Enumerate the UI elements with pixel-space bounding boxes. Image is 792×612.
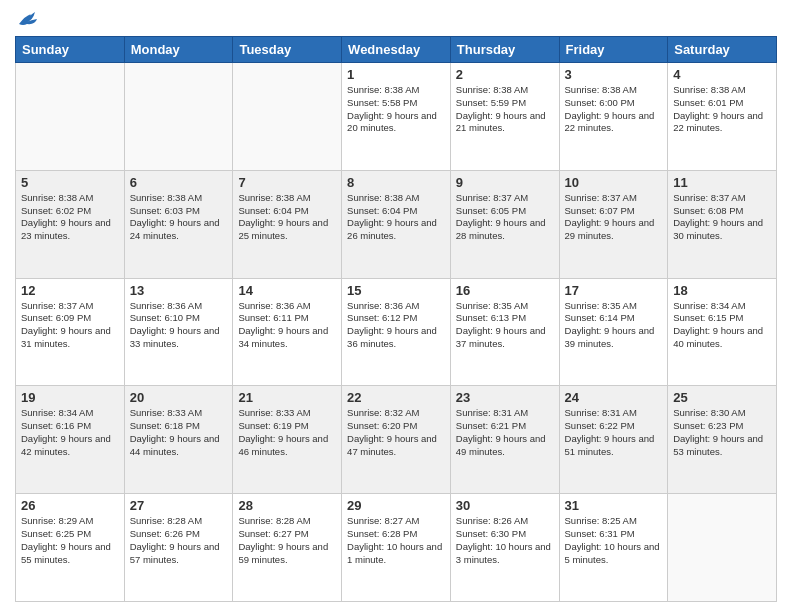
day-number: 9 xyxy=(456,175,554,190)
day-info: Sunrise: 8:38 AM Sunset: 5:58 PM Dayligh… xyxy=(347,84,445,135)
day-info: Sunrise: 8:29 AM Sunset: 6:25 PM Dayligh… xyxy=(21,515,119,566)
calendar-cell: 1Sunrise: 8:38 AM Sunset: 5:58 PM Daylig… xyxy=(342,63,451,171)
calendar-cell: 11Sunrise: 8:37 AM Sunset: 6:08 PM Dayli… xyxy=(668,170,777,278)
day-number: 17 xyxy=(565,283,663,298)
calendar-cell: 5Sunrise: 8:38 AM Sunset: 6:02 PM Daylig… xyxy=(16,170,125,278)
day-number: 7 xyxy=(238,175,336,190)
calendar-week-3: 12Sunrise: 8:37 AM Sunset: 6:09 PM Dayli… xyxy=(16,278,777,386)
day-number: 23 xyxy=(456,390,554,405)
day-info: Sunrise: 8:32 AM Sunset: 6:20 PM Dayligh… xyxy=(347,407,445,458)
calendar-cell: 2Sunrise: 8:38 AM Sunset: 5:59 PM Daylig… xyxy=(450,63,559,171)
day-info: Sunrise: 8:36 AM Sunset: 6:12 PM Dayligh… xyxy=(347,300,445,351)
day-number: 22 xyxy=(347,390,445,405)
day-info: Sunrise: 8:38 AM Sunset: 5:59 PM Dayligh… xyxy=(456,84,554,135)
day-number: 6 xyxy=(130,175,228,190)
calendar-cell: 18Sunrise: 8:34 AM Sunset: 6:15 PM Dayli… xyxy=(668,278,777,386)
calendar-week-2: 5Sunrise: 8:38 AM Sunset: 6:02 PM Daylig… xyxy=(16,170,777,278)
calendar-week-4: 19Sunrise: 8:34 AM Sunset: 6:16 PM Dayli… xyxy=(16,386,777,494)
day-info: Sunrise: 8:36 AM Sunset: 6:11 PM Dayligh… xyxy=(238,300,336,351)
column-header-saturday: Saturday xyxy=(668,37,777,63)
day-info: Sunrise: 8:31 AM Sunset: 6:22 PM Dayligh… xyxy=(565,407,663,458)
calendar-cell xyxy=(668,494,777,602)
column-header-monday: Monday xyxy=(124,37,233,63)
header xyxy=(15,10,777,28)
day-info: Sunrise: 8:26 AM Sunset: 6:30 PM Dayligh… xyxy=(456,515,554,566)
day-info: Sunrise: 8:34 AM Sunset: 6:16 PM Dayligh… xyxy=(21,407,119,458)
day-info: Sunrise: 8:37 AM Sunset: 6:09 PM Dayligh… xyxy=(21,300,119,351)
day-number: 26 xyxy=(21,498,119,513)
column-header-friday: Friday xyxy=(559,37,668,63)
calendar-cell: 4Sunrise: 8:38 AM Sunset: 6:01 PM Daylig… xyxy=(668,63,777,171)
day-number: 20 xyxy=(130,390,228,405)
day-number: 16 xyxy=(456,283,554,298)
calendar-cell: 19Sunrise: 8:34 AM Sunset: 6:16 PM Dayli… xyxy=(16,386,125,494)
column-header-sunday: Sunday xyxy=(16,37,125,63)
calendar-cell: 10Sunrise: 8:37 AM Sunset: 6:07 PM Dayli… xyxy=(559,170,668,278)
calendar-week-1: 1Sunrise: 8:38 AM Sunset: 5:58 PM Daylig… xyxy=(16,63,777,171)
logo xyxy=(15,10,39,28)
day-number: 11 xyxy=(673,175,771,190)
day-info: Sunrise: 8:37 AM Sunset: 6:08 PM Dayligh… xyxy=(673,192,771,243)
day-info: Sunrise: 8:36 AM Sunset: 6:10 PM Dayligh… xyxy=(130,300,228,351)
day-number: 21 xyxy=(238,390,336,405)
day-number: 5 xyxy=(21,175,119,190)
day-number: 8 xyxy=(347,175,445,190)
day-number: 1 xyxy=(347,67,445,82)
day-number: 27 xyxy=(130,498,228,513)
calendar-cell: 9Sunrise: 8:37 AM Sunset: 6:05 PM Daylig… xyxy=(450,170,559,278)
day-info: Sunrise: 8:37 AM Sunset: 6:05 PM Dayligh… xyxy=(456,192,554,243)
column-header-wednesday: Wednesday xyxy=(342,37,451,63)
day-number: 13 xyxy=(130,283,228,298)
calendar-header-row: SundayMondayTuesdayWednesdayThursdayFrid… xyxy=(16,37,777,63)
day-number: 31 xyxy=(565,498,663,513)
day-number: 30 xyxy=(456,498,554,513)
calendar-cell: 23Sunrise: 8:31 AM Sunset: 6:21 PM Dayli… xyxy=(450,386,559,494)
calendar-cell: 8Sunrise: 8:38 AM Sunset: 6:04 PM Daylig… xyxy=(342,170,451,278)
calendar-cell: 25Sunrise: 8:30 AM Sunset: 6:23 PM Dayli… xyxy=(668,386,777,494)
calendar-cell: 24Sunrise: 8:31 AM Sunset: 6:22 PM Dayli… xyxy=(559,386,668,494)
day-info: Sunrise: 8:28 AM Sunset: 6:27 PM Dayligh… xyxy=(238,515,336,566)
calendar-cell: 22Sunrise: 8:32 AM Sunset: 6:20 PM Dayli… xyxy=(342,386,451,494)
calendar-cell: 28Sunrise: 8:28 AM Sunset: 6:27 PM Dayli… xyxy=(233,494,342,602)
calendar-cell xyxy=(124,63,233,171)
calendar-cell: 7Sunrise: 8:38 AM Sunset: 6:04 PM Daylig… xyxy=(233,170,342,278)
calendar-cell: 6Sunrise: 8:38 AM Sunset: 6:03 PM Daylig… xyxy=(124,170,233,278)
column-header-tuesday: Tuesday xyxy=(233,37,342,63)
calendar-cell: 16Sunrise: 8:35 AM Sunset: 6:13 PM Dayli… xyxy=(450,278,559,386)
calendar-cell: 26Sunrise: 8:29 AM Sunset: 6:25 PM Dayli… xyxy=(16,494,125,602)
day-number: 24 xyxy=(565,390,663,405)
day-info: Sunrise: 8:38 AM Sunset: 6:02 PM Dayligh… xyxy=(21,192,119,243)
day-number: 3 xyxy=(565,67,663,82)
day-info: Sunrise: 8:34 AM Sunset: 6:15 PM Dayligh… xyxy=(673,300,771,351)
day-info: Sunrise: 8:33 AM Sunset: 6:18 PM Dayligh… xyxy=(130,407,228,458)
day-info: Sunrise: 8:30 AM Sunset: 6:23 PM Dayligh… xyxy=(673,407,771,458)
calendar-cell: 31Sunrise: 8:25 AM Sunset: 6:31 PM Dayli… xyxy=(559,494,668,602)
calendar-cell: 13Sunrise: 8:36 AM Sunset: 6:10 PM Dayli… xyxy=(124,278,233,386)
calendar-cell: 17Sunrise: 8:35 AM Sunset: 6:14 PM Dayli… xyxy=(559,278,668,386)
day-number: 14 xyxy=(238,283,336,298)
day-info: Sunrise: 8:38 AM Sunset: 6:00 PM Dayligh… xyxy=(565,84,663,135)
day-info: Sunrise: 8:33 AM Sunset: 6:19 PM Dayligh… xyxy=(238,407,336,458)
day-info: Sunrise: 8:37 AM Sunset: 6:07 PM Dayligh… xyxy=(565,192,663,243)
calendar-cell: 3Sunrise: 8:38 AM Sunset: 6:00 PM Daylig… xyxy=(559,63,668,171)
calendar-week-5: 26Sunrise: 8:29 AM Sunset: 6:25 PM Dayli… xyxy=(16,494,777,602)
day-info: Sunrise: 8:35 AM Sunset: 6:13 PM Dayligh… xyxy=(456,300,554,351)
page: SundayMondayTuesdayWednesdayThursdayFrid… xyxy=(0,0,792,612)
calendar-cell: 27Sunrise: 8:28 AM Sunset: 6:26 PM Dayli… xyxy=(124,494,233,602)
column-header-thursday: Thursday xyxy=(450,37,559,63)
day-info: Sunrise: 8:38 AM Sunset: 6:04 PM Dayligh… xyxy=(238,192,336,243)
calendar-cell xyxy=(16,63,125,171)
day-number: 18 xyxy=(673,283,771,298)
day-number: 15 xyxy=(347,283,445,298)
calendar-cell: 30Sunrise: 8:26 AM Sunset: 6:30 PM Dayli… xyxy=(450,494,559,602)
day-info: Sunrise: 8:31 AM Sunset: 6:21 PM Dayligh… xyxy=(456,407,554,458)
logo-bird-icon xyxy=(17,10,39,28)
day-number: 10 xyxy=(565,175,663,190)
day-number: 25 xyxy=(673,390,771,405)
calendar-cell: 21Sunrise: 8:33 AM Sunset: 6:19 PM Dayli… xyxy=(233,386,342,494)
calendar: SundayMondayTuesdayWednesdayThursdayFrid… xyxy=(15,36,777,602)
calendar-cell: 14Sunrise: 8:36 AM Sunset: 6:11 PM Dayli… xyxy=(233,278,342,386)
day-number: 12 xyxy=(21,283,119,298)
day-number: 28 xyxy=(238,498,336,513)
calendar-cell xyxy=(233,63,342,171)
